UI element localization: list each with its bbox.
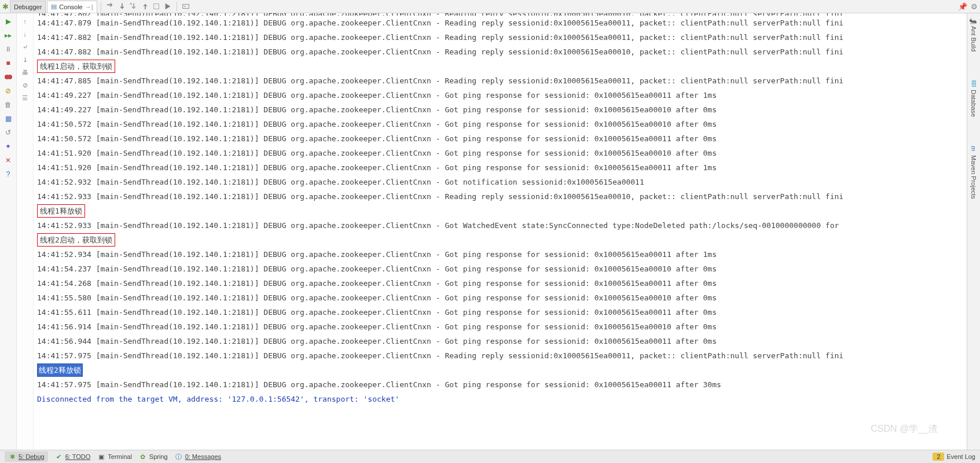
trash-icon[interactable]: 🗑 — [3, 100, 13, 109]
run-gutter: ▶ ▸▸ ⏸ ■ ⊘ 🗑 ▦ ↺ ✦ ✕ ? — [0, 13, 17, 450]
log-line: 14:41:51.920 [main-SendThread(10.192.140… — [37, 146, 963, 160]
console-output[interactable]: 14:41:47.802 [main-SendThread(10.192.140… — [34, 13, 967, 450]
step-over-button[interactable] — [105, 1, 115, 12]
filter-icon[interactable]: ☰ — [20, 93, 30, 102]
evaluate-expression-button[interactable]: = — [181, 1, 191, 12]
bottom-tab-debug-label: 5: Debug — [19, 453, 45, 460]
bottom-tab-messages-label: 0: Messages — [185, 453, 221, 460]
close-icon[interactable]: ✕ — [3, 156, 13, 165]
tab-console-label: Console — [59, 3, 82, 10]
log-line: 线程1释放锁 — [37, 204, 963, 218]
log-line: 14:41:47.885 [main-SendThread(10.192.140… — [37, 74, 963, 88]
maven-icon: m — [970, 146, 977, 153]
separator — [177, 2, 177, 11]
console-tabstrip: ✱ Debugger ▤ Console →| = 📌 ⚙ — [0, 0, 980, 13]
scroll-up-icon[interactable]: ↑ — [20, 17, 30, 26]
bottom-tab-spring-label: Spring — [149, 453, 168, 460]
ant-icon: 🐜 — [970, 17, 977, 24]
pin-vertical-icon[interactable]: ✦ — [3, 142, 13, 151]
database-icon: 🗄 — [970, 80, 977, 87]
pin-icon[interactable]: 📌 — [958, 2, 967, 11]
drop-frame-button[interactable] — [151, 1, 162, 12]
run-to-cursor-button[interactable] — [163, 1, 173, 12]
log-line: 14:41:54.268 [main-SendThread(10.192.140… — [37, 276, 963, 291]
log-line: 14:41:56.944 [main-SendThread(10.192.140… — [37, 334, 963, 348]
log-line: 14:41:54.237 [main-SendThread(10.192.140… — [37, 262, 963, 276]
sidebar-database-label: Database — [970, 90, 977, 117]
sidebar-maven[interactable]: m Maven Projects — [970, 146, 977, 199]
clear-all-icon[interactable]: ⊘ — [20, 80, 30, 90]
restore-layout-icon[interactable]: ↺ — [3, 128, 13, 137]
print-icon[interactable]: 🖶 — [20, 68, 30, 77]
log-line: 14:41:51.920 [main-SendThread(10.192.140… — [37, 160, 963, 175]
tab-debugger-label: Debugger — [14, 3, 42, 10]
sidebar-database[interactable]: 🗄 Database — [970, 80, 977, 117]
bottom-tab-debug[interactable]: ✱ 5: Debug — [5, 451, 48, 462]
log-line: 14:41:52.932 [main-SendThread(10.192.140… — [37, 175, 963, 189]
selected-log-text[interactable]: 线程2释放锁 — [37, 363, 83, 377]
log-line: 14:41:52.933 [main-SendThread(10.192.140… — [37, 218, 963, 233]
resume-icon[interactable]: ▸▸ — [3, 31, 13, 40]
tab-console[interactable]: ▤ Console →| — [47, 1, 97, 13]
bottom-tab-spring[interactable]: ✿ Spring — [139, 453, 168, 461]
svg-rect-0 — [130, 3, 131, 5]
sidebar-maven-label: Maven Projects — [970, 155, 977, 199]
log-line: 14:41:49.227 [main-SendThread(10.192.140… — [37, 102, 963, 117]
console-gutter: ↑ ↓ ⤶ ⤓ 🖶 ⊘ ☰ — [17, 13, 34, 450]
highlighted-log-text: 线程1启动，获取到锁 — [37, 60, 115, 73]
sidebar-ant-label: Ant Build — [970, 26, 977, 52]
log-line: 14:41:47.879 [main-SendThread(10.192.140… — [37, 16, 963, 30]
soft-wrap-icon[interactable]: ⤶ — [20, 42, 30, 52]
tab-arrow-icon: →| — [85, 3, 93, 10]
log-line: 14:41:47.882 [main-SendThread(10.192.140… — [37, 45, 963, 59]
sidebar-ant-build[interactable]: 🐜 Ant Build — [970, 17, 977, 52]
log-line: 14:41:57.975 [main-SendThread(10.192.140… — [37, 348, 963, 363]
separator — [101, 2, 101, 11]
highlighted-log-text: 线程2启动，获取到锁 — [37, 233, 115, 247]
bug-icon: ✱ — [8, 453, 16, 461]
scroll-to-end-icon[interactable]: ⤓ — [20, 55, 30, 64]
log-line: 14:41:47.882 [main-SendThread(10.192.140… — [37, 30, 963, 45]
bottom-tab-todo-label: 6: TODO — [65, 453, 91, 460]
step-into-button[interactable] — [116, 1, 127, 12]
log-line: Disconnected from the target VM, address… — [37, 392, 963, 406]
console-icon: ▤ — [51, 3, 57, 10]
log-line: 14:41:56.914 [main-SendThread(10.192.140… — [37, 319, 963, 334]
log-line: 14:41:49.227 [main-SendThread(10.192.140… — [37, 88, 963, 102]
log-line: 14:41:52.933 [main-SendThread(10.192.140… — [37, 189, 963, 204]
todo-icon: ✔ — [55, 453, 63, 461]
help-icon[interactable]: ? — [3, 170, 13, 179]
stop-icon[interactable]: ■ — [3, 58, 13, 68]
step-out-button[interactable] — [140, 1, 150, 12]
layout-icon[interactable]: ▦ — [3, 114, 13, 123]
bottom-tab-todo[interactable]: ✔ 6: TODO — [55, 453, 91, 461]
svg-text:=: = — [183, 4, 186, 8]
spring-icon: ✿ — [139, 453, 147, 461]
messages-icon: ⓘ — [175, 453, 183, 461]
force-step-into-button[interactable] — [128, 1, 138, 12]
svg-rect-1 — [153, 4, 159, 9]
event-count-badge: 2 — [933, 453, 944, 461]
pause-icon[interactable]: ⏸ — [3, 45, 13, 54]
log-line: 14:41:50.572 [main-SendThread(10.192.140… — [37, 131, 963, 146]
right-sidebar: 🐜 Ant Build 🗄 Database m Maven Projects — [967, 13, 980, 450]
gear-icon[interactable]: ⚙ — [971, 2, 978, 11]
log-line: 14:41:55.611 [main-SendThread(10.192.140… — [37, 305, 963, 319]
mute-breakpoints-icon[interactable]: ⊘ — [3, 86, 13, 95]
tab-debugger[interactable]: Debugger — [10, 1, 46, 13]
log-line: 线程1启动，获取到锁 — [37, 59, 963, 74]
log-line: 14:41:52.934 [main-SendThread(10.192.140… — [37, 247, 963, 262]
terminal-icon: ▣ — [97, 453, 105, 461]
log-line: 14:41:55.580 [main-SendThread(10.192.140… — [37, 291, 963, 305]
bottom-tab-terminal[interactable]: ▣ Terminal — [97, 453, 132, 461]
bottom-toolbar: ✱ 5: Debug ✔ 6: TODO ▣ Terminal ✿ Spring… — [0, 450, 980, 463]
bottom-tab-terminal-label: Terminal — [108, 453, 132, 460]
bottom-tab-messages[interactable]: ⓘ 0: Messages — [175, 453, 221, 461]
breakpoints-icon[interactable] — [3, 72, 13, 82]
log-line: 14:41:50.572 [main-SendThread(10.192.140… — [37, 117, 963, 131]
scroll-down-icon[interactable]: ↓ — [20, 30, 30, 39]
log-line: 14:41:57.975 [main-SendThread(10.192.140… — [37, 377, 963, 392]
rerun-icon[interactable]: ▶ — [3, 17, 13, 26]
bottom-event-log[interactable]: 2 Event Log — [933, 453, 975, 461]
bug-icon: ✱ — [2, 2, 9, 11]
